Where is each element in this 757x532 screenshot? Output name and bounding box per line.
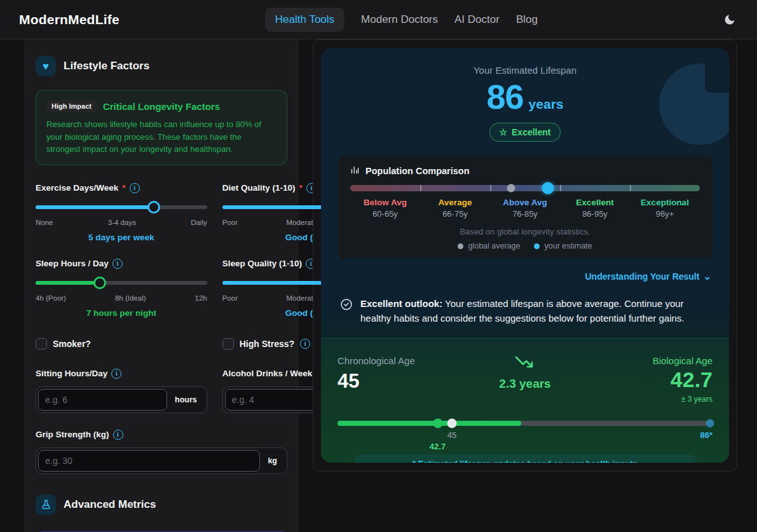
info-icon[interactable]: [113, 259, 123, 269]
chronological-age-label: Chronological Age: [338, 355, 463, 366]
top-nav: ModernMedLife Health Tools Modern Doctor…: [0, 0, 757, 39]
footnote-text: * Estimated lifespan updates based on yo…: [354, 454, 696, 463]
check-circle-icon: [340, 297, 353, 325]
population-legend: global average your estimate: [350, 242, 700, 250]
sitting-unit: hours: [167, 389, 205, 411]
advanced-title: Advanced Metrics: [64, 498, 156, 511]
scale-label: 12h: [195, 294, 207, 302]
result-card: Your Estimated Lifespan 86years ☆ Excell…: [321, 48, 729, 463]
trending-down-icon: [514, 360, 536, 371]
biological-age-block: Biological Age 42.7 ± 3 years: [587, 355, 713, 404]
nav-item-modern-doctors[interactable]: Modern Doctors: [361, 13, 438, 26]
callout-title: Critical Longevity Factors: [103, 101, 220, 112]
info-icon[interactable]: [111, 369, 121, 379]
sleep-quality-label: Sleep Quality (1-10): [222, 259, 302, 268]
info-icon[interactable]: [130, 183, 140, 193]
age-difference-value: 2.3 years: [463, 377, 588, 391]
sleep-hours-label: Sleep Hours / Day: [36, 259, 109, 268]
nav-item-ai-doctor[interactable]: AI Doctor: [454, 13, 500, 26]
main-content: ♥ Lifestyle Factors High Impact Critical…: [0, 39, 757, 532]
required-marker: *: [122, 183, 125, 193]
flask-icon: [36, 494, 56, 515]
star-icon: ☆: [499, 127, 507, 137]
chevron-down-icon: ⌄: [703, 274, 711, 279]
cyan-dot-icon: [534, 243, 540, 249]
legend-global-average: global average: [458, 242, 520, 250]
diet-label: Diet Quality (1-10): [222, 183, 296, 193]
category-above-avg: Above Avg 76-85y: [490, 198, 560, 219]
legend-your-estimate: your estimate: [534, 242, 592, 250]
smoker-label: Smoker?: [53, 339, 91, 349]
chronological-age-block: Chronological Age 45: [338, 355, 463, 393]
scale-label: None: [36, 219, 53, 226]
nav-item-blog[interactable]: Blog: [516, 13, 538, 26]
lifespan-marker-label: 86*: [700, 430, 713, 440]
outlook-bold: Excellent outlook:: [360, 298, 442, 309]
age-comparison-section: Chronological Age 45 2.3 years Biologica…: [321, 338, 729, 463]
scale-label: Daily: [191, 219, 207, 226]
sitting-label: Sitting Hours/Day: [36, 369, 107, 378]
bar-chart-icon: [350, 165, 360, 177]
grip-unit: kg: [260, 450, 285, 472]
moon-icon[interactable]: [721, 11, 738, 28]
sleep-hours-slider[interactable]: [36, 276, 207, 289]
outlook-message: Excellent outlook: Your estimated lifesp…: [340, 297, 710, 325]
population-caption: Based on global longevity statistics.: [350, 227, 700, 236]
alcohol-label: Alcohol Drinks / Week: [222, 369, 313, 378]
scale-label: 4h (Poor): [36, 294, 66, 302]
lifespan-heading: Your Estimated Lifespan: [321, 65, 729, 76]
lifestyle-panel: ♥ Lifestyle Factors High Impact Critical…: [24, 39, 299, 532]
scale-label: Poor: [222, 219, 238, 226]
category-exceptional: Exceptional 96y+: [630, 198, 700, 219]
your-estimate-marker[interactable]: [542, 182, 554, 194]
age-scale-labels: 45 42.7 86*: [338, 428, 713, 453]
lifespan-unit: years: [529, 97, 564, 111]
lifespan-header: Your Estimated Lifespan 86years ☆ Excell…: [321, 48, 729, 142]
chronological-marker-label: 45: [447, 430, 456, 440]
grip-label: Grip Strength (kg): [36, 430, 109, 439]
excellent-badge: ☆ Excellent: [489, 123, 560, 142]
stress-checkbox[interactable]: [222, 338, 234, 350]
nav-menu: Health Tools Modern Doctors AI Doctor Bl…: [265, 8, 538, 32]
sitting-field: Sitting Hours/Day hours: [36, 369, 207, 413]
badge-label: Excellent: [512, 127, 550, 137]
nav-item-health-tools[interactable]: Health Tools: [265, 8, 344, 32]
critical-factors-callout: High Impact Critical Longevity Factors R…: [36, 90, 287, 165]
biological-age-uncertainty: ± 3 years: [587, 395, 713, 404]
grip-input[interactable]: [38, 450, 260, 472]
category-average: Average 66-75y: [420, 198, 490, 219]
biological-marker-label: 42.7: [430, 442, 446, 451]
biological-age-marker[interactable]: [433, 419, 442, 428]
population-scale-bar: [350, 185, 700, 191]
category-excellent: Excellent 86-95y: [560, 198, 630, 219]
high-impact-badge: High Impact: [46, 100, 97, 113]
exercise-slider[interactable]: [36, 201, 207, 214]
lifestyle-title: Lifestyle Factors: [64, 60, 149, 72]
understanding-result-link[interactable]: Understanding Your Result ⌄: [321, 271, 711, 282]
scale-label: 3-4 days: [108, 219, 136, 226]
population-categories: Below Avg 60-65y Average 66-75y Above Av…: [350, 198, 700, 219]
info-icon[interactable]: [300, 339, 310, 349]
callout-body: Research shows lifestyle habits can infl…: [46, 118, 276, 156]
gray-dot-icon: [458, 243, 463, 249]
biological-age-value: 42.7: [587, 367, 713, 392]
chronological-age-marker[interactable]: [447, 419, 456, 428]
global-average-marker: [507, 184, 515, 193]
biological-age-label: Biological Age: [587, 355, 713, 366]
sleep-hours-field: Sleep Hours / Day 4h (Poor) 8h (Ideal) 1…: [36, 259, 207, 318]
lifespan-marker: [706, 419, 714, 428]
smoker-checkbox-row: Smoker?: [36, 338, 207, 350]
smoker-checkbox[interactable]: [36, 338, 47, 350]
advanced-section-header: Advanced Metrics: [36, 494, 287, 515]
grip-field: Grip Strength (kg) kg: [36, 430, 287, 474]
results-panel: Your Estimated Lifespan 86years ☆ Excell…: [313, 39, 737, 472]
info-icon[interactable]: [113, 430, 123, 440]
age-scale-slider[interactable]: [338, 419, 713, 428]
exercise-field: Exercise Days/Week * None 3-4 days Daily…: [36, 183, 207, 242]
chronological-age-value: 45: [338, 370, 463, 393]
category-below-avg: Below Avg 60-65y: [350, 198, 420, 219]
sitting-input[interactable]: [38, 389, 167, 411]
lifespan-value: 86: [487, 78, 524, 116]
required-marker: *: [299, 183, 303, 193]
stress-label: High Stress?: [240, 339, 294, 349]
